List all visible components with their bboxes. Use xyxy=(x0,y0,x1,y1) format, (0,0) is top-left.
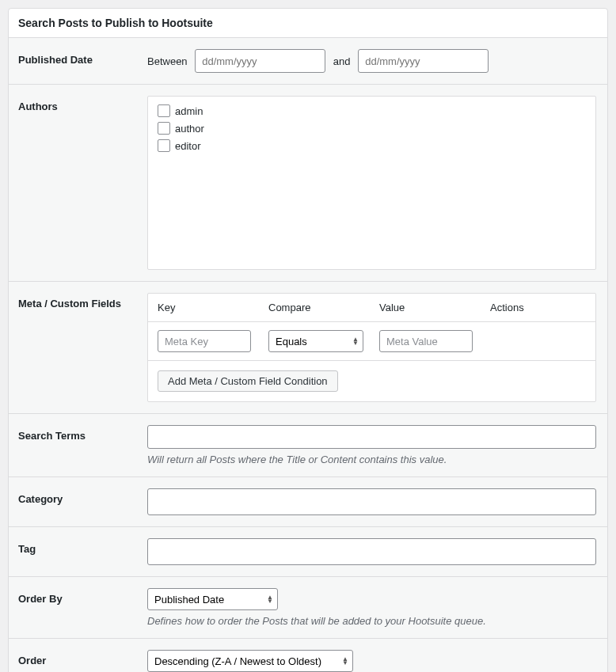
row-published-date: Published Date Between and xyxy=(9,38,607,85)
author-label[interactable]: editor xyxy=(175,140,201,152)
meta-col-key xyxy=(158,330,268,352)
authors-box: admin author editor xyxy=(147,96,596,270)
and-label: and xyxy=(333,55,351,67)
orderby-select-wrap: Published Date ▲▼ xyxy=(147,588,278,610)
cell-order: Descending (Z-A / Newest to Oldest) ▲▼ D… xyxy=(147,639,607,673)
label-authors: Authors xyxy=(9,85,147,282)
meta-col-key-header: Key xyxy=(158,302,268,313)
category-input[interactable] xyxy=(147,488,596,515)
author-item: admin xyxy=(158,104,586,117)
author-checkbox-author[interactable] xyxy=(158,122,170,135)
author-label[interactable]: author xyxy=(175,123,204,135)
label-tag: Tag xyxy=(9,527,147,577)
author-checkbox-editor[interactable] xyxy=(158,139,170,152)
compare-select[interactable]: Equals xyxy=(268,330,363,352)
author-checkbox-admin[interactable] xyxy=(158,104,170,117)
add-meta-condition-button[interactable]: Add Meta / Custom Field Condition xyxy=(158,370,338,392)
row-order-by: Order By Published Date ▲▼ Defines how t… xyxy=(9,577,607,639)
cell-published-date: Between and xyxy=(147,38,607,85)
cell-tag xyxy=(147,527,607,577)
author-label[interactable]: admin xyxy=(175,105,203,117)
label-category: Category xyxy=(9,477,147,527)
label-order-by: Order By xyxy=(9,577,147,639)
order-select[interactable]: Descending (Z-A / Newest to Oldest) xyxy=(147,650,353,672)
metabox-title: Search Posts to Publish to Hootsuite xyxy=(18,17,598,29)
search-posts-metabox: Search Posts to Publish to Hootsuite Pub… xyxy=(8,8,608,672)
meta-col-compare: Equals ▲▼ xyxy=(268,330,379,352)
cell-order-by: Published Date ▲▼ Defines how to order t… xyxy=(147,577,607,639)
order-select-wrap: Descending (Z-A / Newest to Oldest) ▲▼ xyxy=(147,650,353,672)
between-label: Between xyxy=(147,55,188,67)
meta-col-actions xyxy=(490,330,586,352)
meta-col-actions-header: Actions xyxy=(490,302,586,313)
meta-key-input[interactable] xyxy=(158,330,251,352)
meta-col-compare-header: Compare xyxy=(268,302,379,313)
cell-authors: admin author editor xyxy=(147,85,607,282)
cell-category xyxy=(147,477,607,527)
metabox-header: Search Posts to Publish to Hootsuite xyxy=(9,9,607,38)
compare-select-wrap: Equals ▲▼ xyxy=(268,330,363,352)
row-order: Order Descending (Z-A / Newest to Oldest… xyxy=(9,639,607,673)
author-item: author xyxy=(158,122,586,135)
row-meta-fields: Meta / Custom Fields Key Compare Value A… xyxy=(9,282,607,414)
meta-col-value xyxy=(379,330,490,352)
meta-table-footer: Add Meta / Custom Field Condition xyxy=(148,361,595,401)
cell-search-terms: Will return all Posts where the Title or… xyxy=(147,414,607,477)
author-item: editor xyxy=(158,139,586,152)
meta-table-header: Key Compare Value Actions xyxy=(148,294,595,322)
search-terms-input[interactable] xyxy=(147,425,596,449)
form-table: Published Date Between and Authors admin xyxy=(9,38,607,672)
tag-input[interactable] xyxy=(147,538,596,565)
row-search-terms: Search Terms Will return all Posts where… xyxy=(9,414,607,477)
meta-table-row: Equals ▲▼ xyxy=(148,322,595,361)
date-to-input[interactable] xyxy=(358,49,489,73)
meta-value-input[interactable] xyxy=(379,330,473,352)
label-order: Order xyxy=(9,639,147,673)
orderby-description: Defines how to order the Posts that will… xyxy=(147,615,596,627)
meta-table: Key Compare Value Actions xyxy=(147,293,596,402)
orderby-select[interactable]: Published Date xyxy=(147,588,278,610)
label-published-date: Published Date xyxy=(9,38,147,85)
label-search-terms: Search Terms xyxy=(9,414,147,477)
row-category: Category xyxy=(9,477,607,527)
row-tag: Tag xyxy=(9,527,607,577)
cell-meta-fields: Key Compare Value Actions xyxy=(147,282,607,414)
date-from-input[interactable] xyxy=(195,49,325,73)
meta-col-value-header: Value xyxy=(379,302,490,313)
row-authors: Authors admin author editor xyxy=(9,85,607,282)
search-terms-description: Will return all Posts where the Title or… xyxy=(147,454,596,465)
label-meta-fields: Meta / Custom Fields xyxy=(9,282,147,414)
